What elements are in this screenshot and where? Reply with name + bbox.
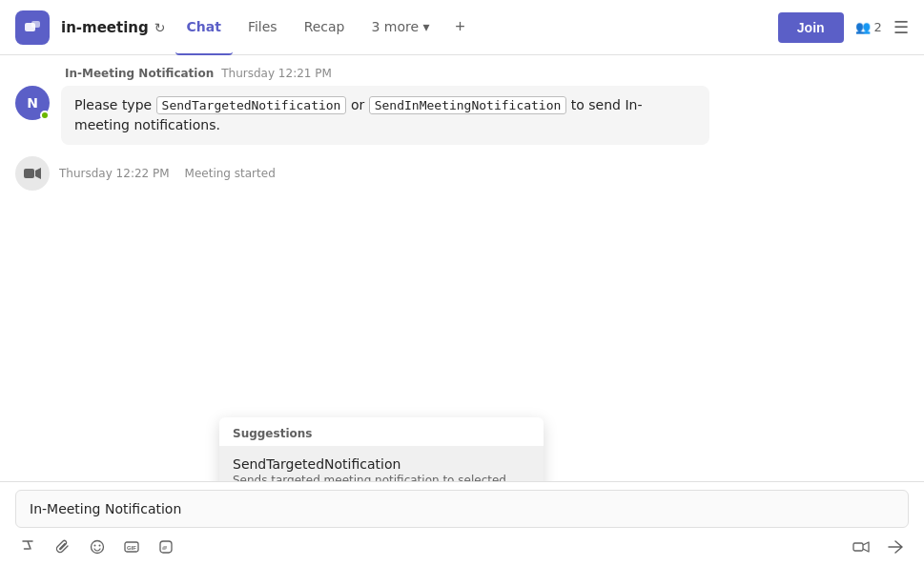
message-row: N Please type SendTargetedNotification o…: [15, 86, 909, 145]
suggestion-title-1: SendTargetedNotification: [233, 456, 530, 472]
chat-area: In-Meeting Notification Thursday 12:21 P…: [0, 55, 924, 481]
sticker-icon[interactable]: [153, 534, 179, 560]
participants-count: 2: [874, 20, 882, 34]
emoji-icon[interactable]: [84, 534, 111, 560]
svg-point-5: [94, 545, 96, 547]
suggestions-dropdown: Suggestions SendTargetedNotification Sen…: [219, 417, 544, 481]
header-right: Join 👥 2 ☰: [778, 12, 909, 43]
svg-rect-1: [31, 21, 40, 28]
loop-icon[interactable]: [848, 534, 874, 560]
svg-rect-10: [853, 543, 863, 551]
meeting-started-time: Thursday 12:22 PM: [59, 167, 170, 180]
suggestion-desc-1: Sends targeted meeting notification to s…: [233, 474, 530, 481]
suggestions-header: Suggestions: [219, 417, 544, 447]
nav-item-files[interactable]: Files: [236, 0, 289, 55]
chat-input-value: In-Meeting Notification: [30, 501, 181, 516]
gif-icon[interactable]: GIF: [118, 534, 145, 560]
svg-rect-2: [24, 169, 34, 178]
nav-item-chat[interactable]: Chat: [175, 0, 233, 55]
system-msg-sender: In-Meeting Notification: [65, 67, 214, 80]
attach-icon[interactable]: [50, 534, 76, 560]
avatar-status: [40, 111, 50, 120]
system-msg-header: In-Meeting Notification Thursday 12:21 P…: [15, 67, 909, 80]
meeting-started-row: Thursday 12:22 PM Meeting started: [15, 156, 909, 191]
suggestion-item-1[interactable]: SendTargetedNotification Sends targeted …: [219, 447, 544, 481]
nav-item-more[interactable]: 3 more ▾: [360, 0, 441, 55]
msg-text-pre: Please type: [74, 97, 156, 112]
header: in-meeting ↻ Chat Files Recap 3 more ▾ +…: [0, 0, 924, 55]
video-icon: [15, 156, 50, 191]
add-tab-button[interactable]: +: [445, 12, 476, 43]
participants-icon: 👥: [855, 20, 871, 34]
message-bubble: Please type SendTargetedNotification or …: [61, 86, 709, 145]
svg-text:GIF: GIF: [127, 545, 136, 551]
avatar-initials: N: [27, 95, 38, 111]
join-button[interactable]: Join: [778, 12, 844, 43]
msg-text-mid: or: [346, 97, 368, 112]
meeting-title: in-meeting: [61, 19, 149, 36]
avatar: N: [15, 86, 50, 120]
sync-icon: ↻: [154, 20, 166, 35]
svg-point-6: [99, 545, 101, 547]
send-button[interactable]: [882, 534, 909, 560]
meeting-started-label: Meeting started: [185, 167, 276, 180]
input-toolbar: GIF: [15, 528, 909, 562]
nav-item-recap[interactable]: Recap: [293, 0, 357, 55]
format-icon[interactable]: [15, 534, 42, 560]
msg-code2: SendInMeetingNotification: [369, 96, 567, 114]
chat-input[interactable]: In-Meeting Notification: [15, 490, 909, 528]
system-msg-time: Thursday 12:21 PM: [221, 67, 332, 80]
msg-code1: SendTargetedNotification: [156, 96, 347, 114]
svg-marker-3: [35, 168, 41, 179]
input-area: In-Meeting Notification GIF: [0, 481, 924, 566]
header-nav: Chat Files Recap 3 more ▾: [175, 0, 441, 55]
overflow-menu-icon[interactable]: ☰: [893, 17, 909, 37]
teams-logo: [15, 10, 50, 45]
participants-button[interactable]: 👥 2: [855, 20, 882, 34]
